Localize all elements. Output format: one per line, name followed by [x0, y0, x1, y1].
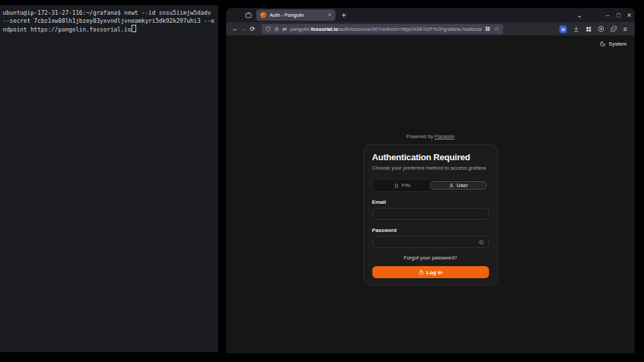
- user-icon: [449, 183, 454, 188]
- password-input[interactable]: [377, 239, 478, 245]
- browser-tab-bar: Auth - Pangolin × + ⌄ – □ ✕: [226, 8, 635, 22]
- login-button-label: Log in: [427, 269, 443, 276]
- pangolin-link[interactable]: Pangolin: [435, 133, 455, 139]
- url-text: pangolin.fossorial.io/auth/resource/90?r…: [290, 26, 482, 32]
- list-tabs-icon[interactable]: ⌄: [577, 11, 582, 19]
- tab-pin[interactable]: PIN: [374, 181, 430, 190]
- auth-column: Powered by Pangolin Authentication Requi…: [364, 133, 498, 286]
- window-controls: ⌄ – □ ✕: [577, 11, 635, 19]
- show-password-eye-icon[interactable]: [478, 239, 484, 245]
- extensions-puzzle-icon[interactable]: [610, 25, 617, 32]
- forgot-password-link[interactable]: Forgot your password?: [372, 255, 489, 261]
- page-content: System Powered by Pangolin Authenticatio…: [226, 36, 635, 353]
- terminal-cursor: [131, 25, 136, 32]
- theme-toggle[interactable]: System: [600, 41, 627, 47]
- downloads-icon[interactable]: [573, 25, 580, 32]
- theme-moon-icon: [600, 41, 606, 47]
- terminal-line: ubuntu@ip-172-31-27-116:~/grafana$ newt …: [3, 9, 215, 17]
- record-circle-icon[interactable]: [598, 25, 604, 32]
- tab-user[interactable]: User: [430, 181, 487, 190]
- extension-icon-blue[interactable]: u: [559, 25, 567, 33]
- tab-pin-label: PIN: [402, 182, 411, 188]
- login-button[interactable]: Log in: [372, 266, 489, 278]
- back-button[interactable]: ←: [231, 25, 239, 32]
- maximize-button[interactable]: □: [613, 12, 624, 19]
- powered-by-text: Powered by: [407, 133, 433, 139]
- https-lock-icon[interactable]: [274, 26, 279, 32]
- password-field-wrap: [372, 236, 489, 248]
- email-input[interactable]: [377, 211, 484, 217]
- email-field-wrap: [372, 208, 489, 220]
- url-bar[interactable]: ⇄ pangolin.fossorial.io/auth/resource/90…: [262, 24, 503, 34]
- tab-close-icon[interactable]: ×: [328, 12, 331, 18]
- password-label: Password: [372, 227, 489, 233]
- minimize-button[interactable]: –: [602, 12, 613, 19]
- binary-pin-icon: [394, 183, 399, 188]
- url-host: fossorial.io: [311, 26, 339, 32]
- url-path: /auth/resource/90?redirect=https%3A%2F%2…: [338, 26, 482, 32]
- pangolin-favicon-icon: [260, 12, 266, 18]
- close-button[interactable]: ✕: [624, 12, 635, 19]
- login-lock-icon: [419, 269, 424, 275]
- powered-by: Powered by Pangolin: [364, 133, 498, 139]
- card-subtitle: Choose your preferred method to access g…: [372, 165, 489, 171]
- shortcuts-grid-icon[interactable]: [485, 26, 490, 32]
- email-label: Email: [372, 199, 489, 205]
- firefox-view-button[interactable]: [242, 10, 254, 21]
- browser-toolbar: ← → ⟳ ⇄ pangolin.fossorial.io/auth/resou…: [226, 22, 635, 36]
- permissions-icon[interactable]: ⇄: [282, 26, 287, 32]
- apps-grid-icon[interactable]: [586, 26, 592, 32]
- browser-tab-active[interactable]: Auth - Pangolin ×: [256, 9, 335, 21]
- terminal-line-text: ndpoint https://pangolin.fossorial.io: [3, 26, 131, 33]
- auth-card: Authentication Required Choose your pref…: [364, 144, 498, 286]
- url-host-prefix: pangolin.: [290, 26, 311, 32]
- toolbar-extensions: u ≡: [559, 25, 630, 33]
- forward-button[interactable]: →: [239, 25, 248, 32]
- terminal-window[interactable]: ubuntu@ip-172-31-27-116:~/grafana$ newt …: [0, 5, 218, 352]
- terminal-line: ndpoint https://pangolin.fossorial.io: [3, 25, 215, 34]
- firefox-view-icon: [245, 11, 252, 19]
- theme-toggle-label: System: [608, 41, 627, 47]
- card-title: Authentication Required: [372, 152, 489, 162]
- extension-letter: u: [561, 26, 565, 32]
- tracking-protection-shield-icon[interactable]: [266, 26, 271, 32]
- reload-button[interactable]: ⟳: [248, 25, 257, 32]
- tab-title: Auth - Pangolin: [270, 12, 325, 18]
- browser-window: Auth - Pangolin × + ⌄ – □ ✕ ← → ⟳ ⇄ pang…: [226, 8, 635, 353]
- tab-user-label: User: [457, 182, 468, 188]
- menu-hamburger-icon[interactable]: ≡: [623, 25, 627, 33]
- bookmark-star-icon[interactable]: ☆: [494, 25, 499, 32]
- new-tab-button[interactable]: +: [341, 11, 346, 19]
- extension-badge: [566, 24, 568, 27]
- terminal-line: --secret 7cbz1xw08lh1jbzey03yxvndljvneam…: [3, 17, 215, 25]
- auth-method-tabs: PIN User: [372, 179, 489, 192]
